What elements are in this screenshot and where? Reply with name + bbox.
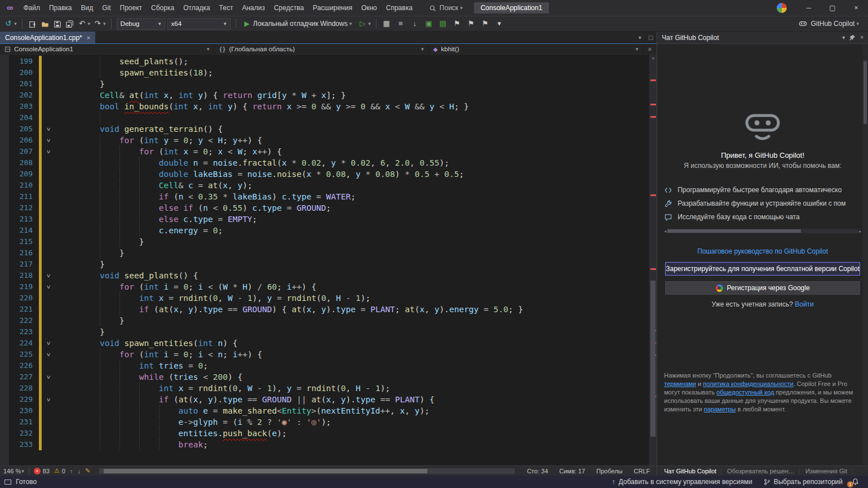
code-line[interactable]: 210 Cell& c = at(x, y);	[0, 180, 649, 191]
code-line[interactable]: 223 }	[0, 326, 649, 338]
code-line[interactable]: 222 }	[0, 315, 649, 326]
code-line[interactable]: 226 int tries = 0;	[0, 360, 649, 371]
notifications-button[interactable]: 1	[848, 478, 862, 486]
github-copilot-button[interactable]: GitHub Copilot ▾	[799, 19, 865, 28]
code-line[interactable]: 231 e->glyph = (i % 2 ? '◉' : '◎');	[0, 416, 649, 428]
code-line[interactable]: 209 double lakeBias = noise.noise(x * 0.…	[0, 168, 649, 180]
undo-dropdown-icon[interactable]: ▾	[88, 21, 91, 26]
code-line[interactable]: 199 seed_plants();	[0, 56, 649, 67]
signin-link[interactable]: Войти	[795, 300, 814, 308]
code-line[interactable]: 211 if (n < 0.35 * lakeBias) c.type = WA…	[0, 191, 649, 202]
live-unit-testing-icon[interactable]: ▤	[438, 18, 448, 29]
code-line[interactable]: 220 int x = rndint(0, W - 1), y = rndint…	[0, 292, 649, 304]
project-dropdown[interactable]: ConsoleApplication1 ▾	[0, 44, 214, 54]
code-line[interactable]: 216 }	[0, 247, 649, 259]
navigate-back-icon[interactable]: ↺	[3, 18, 14, 29]
code-line[interactable]: 230 auto e = make_shared<Entity>(nextEnt…	[0, 405, 649, 416]
processes-window-icon[interactable]: ▦	[382, 18, 392, 29]
next-issue-icon[interactable]: ↓	[77, 468, 81, 474]
go-to-line-icon[interactable]: ↓	[410, 18, 420, 29]
save-all-icon[interactable]	[65, 18, 75, 29]
panel-horizontal-scrollbar[interactable]: ◂ ▸	[664, 228, 861, 234]
code-line[interactable]: 227∨ while (tries < 200) {	[0, 371, 649, 383]
tab-consoleapplication1-cpp[interactable]: ConsoleApplication1.cpp* ×	[0, 32, 95, 43]
scope-dropdown[interactable]: {} (Глобальная область) ▾	[214, 44, 428, 54]
menu-item-6[interactable]: Отладка	[179, 0, 214, 16]
menu-item-10[interactable]: Расширения	[308, 0, 357, 16]
code-line[interactable]: 214 c.energy = 0;	[0, 225, 649, 236]
new-item-icon[interactable]	[28, 18, 38, 29]
legal-link[interactable]: терминами	[664, 380, 696, 387]
code-line[interactable]: 229∨ if (at(x, y).type == GROUND || at(x…	[0, 394, 649, 405]
code-line[interactable]: 218∨ void seed_plants() {	[0, 270, 649, 281]
menu-item-5[interactable]: Сборка	[147, 0, 179, 16]
start-debugging-button[interactable]: ▶ Локальный отладчик Windows ▾	[241, 17, 356, 30]
code-line[interactable]: 200 spawn_entities(18);	[0, 67, 649, 78]
debug-config-select[interactable]: Debug ▾	[117, 18, 165, 30]
code-line[interactable]: 219∨ for (int i = 0; i < (W * H) / 60; i…	[0, 281, 649, 292]
open-folder-icon[interactable]	[40, 18, 50, 29]
code-line[interactable]: 203 bool in_bounds(int x, int y) { retur…	[0, 101, 649, 112]
menu-item-1[interactable]: Правка	[45, 0, 77, 16]
toolbar-overflow-icon[interactable]: ▾	[494, 18, 504, 29]
spaces-indicator[interactable]: Пробелы	[593, 468, 626, 474]
menu-item-3[interactable]: Git	[98, 0, 115, 16]
code-line[interactable]: 213 else c.type = EMPTY;	[0, 214, 649, 225]
code-line[interactable]: 225∨ for (int i = 0; i < n; i++) {	[0, 349, 649, 360]
code-line[interactable]: 207∨ for (int x = 0; x < W; x++) {	[0, 146, 649, 157]
panel-tab-2[interactable]: Изменения Git	[801, 468, 852, 474]
scrollbar-thumb[interactable]	[104, 469, 428, 473]
navigation-list-icon[interactable]: ≡	[396, 18, 406, 29]
add-to-source-control-button[interactable]: ↑ Добавить в систему управления версиями	[606, 478, 758, 486]
redo-dropdown-icon[interactable]: ▾	[103, 21, 106, 26]
code-line[interactable]: 208 double n = noise.fractal(x * 0.02, y…	[0, 157, 649, 168]
scroll-right-icon[interactable]: ▸	[859, 229, 861, 234]
google-signup-button[interactable]: Регистрация через Google	[665, 281, 860, 295]
minimize-button[interactable]: ─	[797, 0, 821, 16]
menu-item-12[interactable]: Справка	[382, 0, 417, 16]
code-line[interactable]: 201 }	[0, 78, 649, 90]
search-box[interactable]: Поиск ▾	[425, 3, 467, 13]
scrollbar-thumb[interactable]	[650, 281, 656, 437]
code-line[interactable]: 206∨ for (int y = 0; y < H; y++) {	[0, 135, 649, 146]
panel-dropdown-icon[interactable]: ▾	[842, 34, 845, 41]
code-line[interactable]: 221 if (at(x, y).type == GROUND) { at(x,…	[0, 304, 649, 315]
editor-horizontal-scrollbar[interactable]	[99, 468, 515, 474]
code-line[interactable]: 205∨ void generate_terrain() {	[0, 123, 649, 135]
panel-tab-0[interactable]: Чат GitHub Copilot	[659, 468, 721, 474]
menu-item-9[interactable]: Средства	[269, 0, 308, 16]
code-line[interactable]: 212 else if (n < 0.55) c.type = GROUND;	[0, 202, 649, 214]
platform-select[interactable]: x64 ▾	[167, 18, 231, 30]
float-window-icon[interactable]: ▢	[645, 34, 657, 41]
maximize-button[interactable]: ▢	[821, 0, 844, 16]
menu-item-0[interactable]: Файл	[19, 0, 45, 16]
redo-icon[interactable]: ↷	[92, 18, 103, 29]
pin-icon[interactable]	[849, 34, 856, 41]
background-tasks-icon[interactable]	[5, 480, 11, 485]
split-editor-icon[interactable]: ≡	[643, 44, 657, 54]
start-without-debugging-icon[interactable]: ▷	[357, 18, 367, 29]
menu-item-11[interactable]: Окно	[357, 0, 382, 16]
scroll-up-icon[interactable]: ▴	[649, 55, 657, 61]
eol-indicator[interactable]: CRLF	[631, 468, 654, 474]
member-dropdown[interactable]: ◆ kbhit() ▾	[429, 44, 643, 54]
scrollbar-track[interactable]	[667, 229, 858, 233]
error-count[interactable]: × 83	[34, 468, 50, 474]
code-line[interactable]: 217 }	[0, 259, 649, 270]
prev-issue-icon[interactable]: ↑	[70, 468, 73, 474]
toggle-bookmark-icon[interactable]: ⚑	[452, 18, 462, 29]
save-icon[interactable]	[52, 18, 63, 29]
code-editor[interactable]: 199 seed_plants();200 spawn_entities(18)…	[0, 55, 657, 465]
menu-item-8[interactable]: Анализ	[237, 0, 269, 16]
run-code-analysis-icon[interactable]: ▣	[424, 18, 434, 29]
close-icon[interactable]: ×	[860, 34, 863, 41]
scrollbar-thumb[interactable]	[863, 61, 867, 124]
undo-icon[interactable]: ↶	[77, 18, 87, 29]
menu-item-2[interactable]: Вид	[76, 0, 98, 16]
walkthrough-link[interactable]: Пошаговое руководство по GitHub Copilot	[664, 247, 861, 255]
navigate-history-dropdown-icon[interactable]: ▾	[14, 21, 17, 26]
scrollbar-thumb[interactable]	[667, 229, 800, 233]
account-avatar[interactable]	[777, 3, 787, 13]
editor-vertical-scrollbar[interactable]: ▴	[649, 55, 657, 465]
close-button[interactable]: ×	[844, 0, 868, 16]
